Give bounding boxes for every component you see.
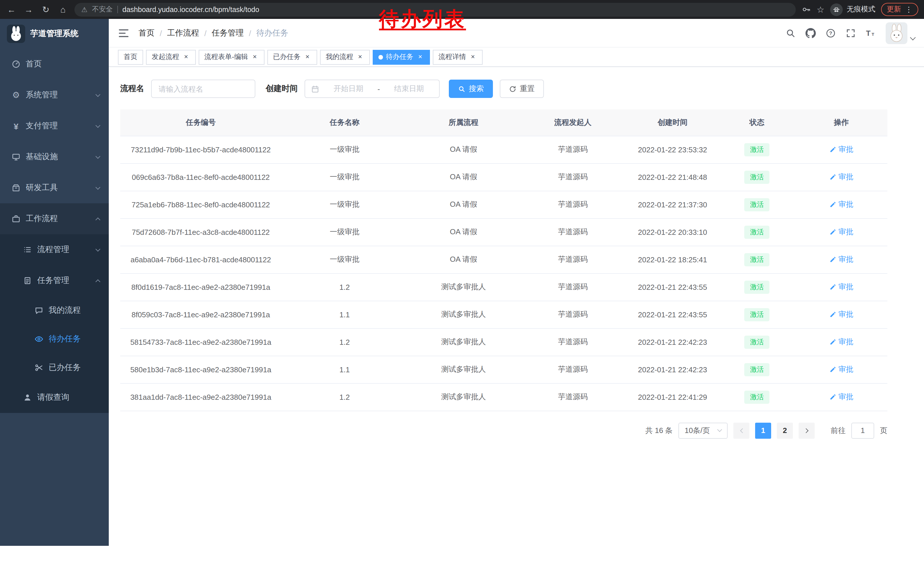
address-bar[interactable]: ⚠ 不安全 dashboard.yudao.iocoder.cn/bpm/tas… <box>74 3 795 17</box>
edit-icon <box>829 366 836 373</box>
tab-close-icon[interactable]: × <box>416 53 424 61</box>
calendar-icon <box>311 84 320 93</box>
approve-link[interactable]: 审批 <box>829 309 853 320</box>
date-range-picker[interactable]: 开始日期 - 结束日期 <box>304 80 440 98</box>
briefcase-icon <box>12 214 21 224</box>
next-page-button[interactable] <box>799 422 814 438</box>
edit-icon <box>829 311 836 318</box>
approve-link[interactable]: 审批 <box>829 364 853 375</box>
cell-process: 测试多审批人 <box>408 383 519 411</box>
process-name-input[interactable] <box>151 80 255 98</box>
sidebar-item-todo-tasks[interactable]: 待办任务 <box>0 325 109 353</box>
tab-close-icon[interactable]: × <box>356 53 364 61</box>
sidebar-item-label: 系统管理 <box>26 90 58 100</box>
tab-close-icon[interactable]: × <box>303 53 311 61</box>
approve-link[interactable]: 审批 <box>829 282 853 292</box>
help-icon[interactable]: ? <box>825 28 836 38</box>
tab-label: 我的流程 <box>326 52 353 62</box>
search-icon[interactable] <box>786 28 796 38</box>
list-icon <box>23 245 32 254</box>
sidebar-item-workflow[interactable]: 工作流程 <box>0 203 109 234</box>
sidebar-item-label: 待办任务 <box>49 334 81 344</box>
page-button-2[interactable]: 2 <box>777 422 793 438</box>
edit-icon <box>829 174 836 180</box>
breadcrumb-home[interactable]: 首页 <box>138 28 154 38</box>
browser-back-icon[interactable]: ← <box>6 3 17 16</box>
tab-process-detail[interactable]: 流程详情 × <box>433 50 483 65</box>
breadcrumb-task-management[interactable]: 任务管理 <box>212 28 244 38</box>
edit-icon <box>829 201 836 208</box>
svg-text:?: ? <box>829 30 832 36</box>
sidebar-item-task-management[interactable]: 任务管理 <box>0 265 109 296</box>
sidebar-item-label: 我的流程 <box>49 305 81 315</box>
github-icon[interactable] <box>806 28 816 38</box>
browser-reload-icon[interactable]: ↻ <box>40 3 51 16</box>
cell-task-id: 58154733-7ac8-11ec-a9e2-a2380e71991a <box>120 328 281 356</box>
sidebar-item-home[interactable]: 首页 <box>0 49 109 80</box>
sidebar-item-payment[interactable]: ¥ 支付管理 <box>0 111 109 141</box>
approve-label: 审批 <box>838 172 853 182</box>
fullscreen-icon[interactable] <box>846 28 856 38</box>
font-size-icon[interactable]: TT <box>866 28 876 38</box>
tab-close-icon[interactable]: × <box>182 53 190 61</box>
approve-link[interactable]: 审批 <box>829 337 853 347</box>
password-key-icon[interactable] <box>801 5 811 14</box>
sidebar-item-done-tasks[interactable]: 已办任务 <box>0 353 109 382</box>
prev-page-button[interactable] <box>734 422 749 438</box>
sidebar-item-label: 请假查询 <box>37 392 69 402</box>
sidebar-item-process-management[interactable]: 流程管理 <box>0 234 109 265</box>
sidebar-item-infrastructure[interactable]: 基础设施 <box>0 141 109 173</box>
column-header: 任务编号 <box>120 110 281 136</box>
approve-link[interactable]: 审批 <box>829 227 853 237</box>
approve-link[interactable]: 审批 <box>829 172 853 182</box>
browser-forward-icon[interactable]: → <box>23 3 34 16</box>
cell-starter: 芋道源码 <box>519 356 627 383</box>
page-button-1[interactable]: 1 <box>755 422 771 438</box>
sidebar-item-leave-query[interactable]: 请假查询 <box>0 382 109 413</box>
cell-task-name: 一级审批 <box>281 246 408 273</box>
refresh-icon <box>509 85 516 93</box>
approve-label: 审批 <box>838 337 853 347</box>
tab-home[interactable]: 首页 <box>118 50 143 65</box>
goto-page-input[interactable] <box>851 422 874 438</box>
sidebar-item-system[interactable]: ⚙ 系统管理 <box>0 80 109 111</box>
cell-starter: 芋道源码 <box>519 163 627 191</box>
tab-close-icon[interactable]: × <box>469 53 477 61</box>
sidebar-item-devtools[interactable]: 研发工具 <box>0 173 109 203</box>
reset-button[interactable]: 重置 <box>500 80 544 98</box>
sidebar-item-label: 基础设施 <box>26 152 58 162</box>
browser-home-icon[interactable]: ⌂ <box>57 3 69 16</box>
chevron-up-icon <box>96 279 100 284</box>
logo-rabbit-icon <box>7 25 25 43</box>
tab-my-processes[interactable]: 我的流程 × <box>320 50 370 65</box>
browser-update-button[interactable]: 更新 ⋮ <box>881 3 918 16</box>
tab-done-tasks[interactable]: 已办任务 × <box>267 50 317 65</box>
tab-form-edit[interactable]: 流程表单-编辑 × <box>199 50 264 65</box>
approve-link[interactable]: 审批 <box>829 254 853 264</box>
total-count: 共 16 条 <box>645 425 672 435</box>
tab-start-process[interactable]: 发起流程 × <box>146 50 196 65</box>
cell-task-name: 1.2 <box>281 383 408 411</box>
user-avatar[interactable] <box>886 22 915 44</box>
table-header-row: 任务编号 任务名称 所属流程 流程发起人 创建时间 状态 操作 <box>120 110 887 136</box>
tags-view-bar: 首页 发起流程 × 流程表单-编辑 × 已办任务 × 我的流程 × <box>109 48 924 67</box>
approve-link[interactable]: 审批 <box>829 144 853 155</box>
page-size-select[interactable]: 10条/页 <box>678 422 728 438</box>
approve-link[interactable]: 审批 <box>829 199 853 210</box>
edit-icon <box>829 228 836 236</box>
bookmark-star-icon[interactable]: ☆ <box>817 4 824 15</box>
breadcrumb-workflow[interactable]: 工作流程 <box>167 28 199 38</box>
search-button[interactable]: 搜索 <box>449 80 493 98</box>
breadcrumb-separator: / <box>249 29 251 38</box>
cell-created: 2022-01-21 22:43:55 <box>627 301 719 328</box>
approve-label: 审批 <box>838 309 853 320</box>
tab-todo-tasks[interactable]: 待办任务 × <box>373 50 430 65</box>
tab-close-icon[interactable]: × <box>251 53 259 61</box>
collapse-sidebar-icon[interactable] <box>118 27 129 39</box>
cell-task-id: 8f0d1619-7ac8-11ec-a9e2-a2380e71991a <box>120 273 281 301</box>
cell-task-id: 381aa1dd-7ac8-11ec-a9e2-a2380e71991a <box>120 383 281 411</box>
tab-label: 首页 <box>124 52 137 62</box>
browser-menu-dots-icon[interactable]: ⋮ <box>905 5 912 14</box>
approve-link[interactable]: 审批 <box>829 392 853 402</box>
sidebar-item-my-processes[interactable]: 我的流程 <box>0 296 109 325</box>
